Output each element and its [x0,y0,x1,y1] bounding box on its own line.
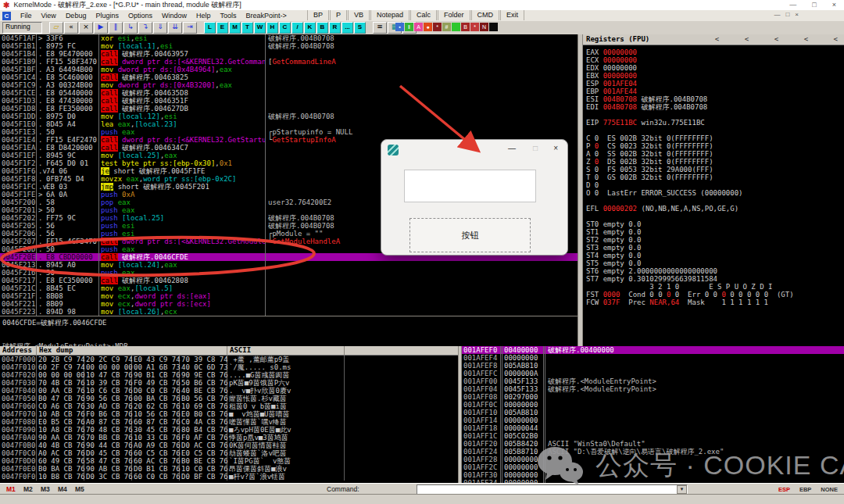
dump-row[interactable]: 0047F0E0B0 BA CB 7690 AB CB 76D0 B1 CB 7… [0,465,458,473]
stack-row[interactable]: 001AFF0800297000 [462,393,844,401]
register-line[interactable] [586,127,844,134]
dump-row[interactable]: 0047F0A090 AA CB 7670 BB CB 7610 33 CB 7… [0,434,458,441]
close-program-icon[interactable]: × [79,22,93,34]
menu-item-options[interactable]: Options [123,12,157,20]
disasm-row[interactable]: 0045F1BF.A3 64494B00mov dword ptr ds:[0x… [0,66,578,73]
dump-row[interactable]: 0047F080E0 B5 CB 76A0 87 CB 7660 87 CB 7… [0,418,458,426]
memory-tab-m1[interactable]: M1 [6,485,16,493]
disasm-row[interactable]: 0045F217.E8 EC350000call 破解程序.00462808 [0,277,578,284]
close-icon[interactable]: × [832,1,836,9]
cpu-window-icon[interactable]: C [2,12,11,20]
register-line[interactable]: ST7 empty 0.3010299956639811584 [586,275,844,283]
stack-row[interactable]: 001AFF2800000000 [462,456,844,463]
disasm-row[interactable]: 0045F223.894D 98mov [local.26],ecx [0,308,578,316]
run-icon[interactable]: ▶ [94,22,108,34]
dump-row[interactable]: 0047F01060 2F C9 7400 00 00 0000 A1 6B 7… [0,363,458,371]
restart-icon[interactable]: « [64,22,78,34]
disasm-row[interactable]: 0045F1E3.50push eax┌pStartupinfo = NULL [0,128,578,136]
window-button-R[interactable]: R [329,22,341,34]
register-line[interactable] [586,213,844,220]
register-line[interactable]: T 0 GS 002B 32bit 0(FFFFFFFF) [586,173,844,181]
registers-body[interactable]: EAX 00000000ECX 00000000EDX 00000000EBX … [583,45,844,306]
disasm-row[interactable]: 0045F21C.8B45 ECmov eax,[local.5] [0,284,578,292]
register-line[interactable]: P 0 CS 0023 32bit 0(FFFFFFFF) [586,142,844,150]
register-line[interactable]: EDI 004B0708 破解程序.004B0708 [586,103,844,111]
menu-button-notepad[interactable]: Notepad [370,10,409,20]
register-line[interactable]: FCW 037F Prec NEAR,64 Mask 1 1 1 1 1 1 [586,298,844,306]
dump-row[interactable]: 0047F03070 4B CB 7610 39 CB 76F0 49 CB 7… [0,379,458,387]
register-line[interactable]: ST1 empty 0.0 [586,228,844,236]
memory-tab-m3[interactable]: M3 [41,485,50,493]
stack-row[interactable]: 001AFF2C00000000 [462,463,844,471]
stack-row[interactable]: 001AFEF8005AB810 [462,362,844,370]
dialog-close-icon[interactable]: × [553,143,558,154]
dialog-minimize-icon[interactable]: — [508,143,516,154]
register-line[interactable]: D 0 [586,181,844,189]
disasm-row[interactable]: 0045F1CE.E8 05440000call 破解程序.004635D8 [0,89,578,97]
stack-row[interactable]: 001AFF24005B8710ASCII "D:\吾爱破解\逆向\易语言\破解… [462,448,844,456]
child-minimize-icon[interactable]: — [774,11,780,18]
disasm-row[interactable]: 0045F1B9.FF15 58F3470call dword ptr ds:[… [0,58,578,66]
window-button-E[interactable]: E [216,22,228,34]
stack-row[interactable]: 001AFF000045F133破解程序.<ModuleEntryPoint> [462,377,844,385]
menu-item-breakpoint[interactable]: BreakPoint-> [241,12,291,20]
dialog-button[interactable]: 按钮 [409,218,531,252]
stack-row[interactable]: 001AFEFC0000000A [462,370,844,377]
record-icon[interactable]: ● [424,23,432,31]
minimize-icon[interactable]: — [789,1,796,9]
dump-row[interactable]: 0047F0F010 B8 CB 76D0 3C CB 7660 C0 CB 7… [0,473,458,481]
disasm-row[interactable]: 0045F1D3.E8 47430000call 破解程序.0046351F [0,97,578,105]
register-line[interactable]: EBP 001AFE44 [586,88,844,95]
disasm-row[interactable]: 0045F1C9.A3 00324B00mov dword ptr ds:[0x… [0,81,578,89]
window-button-K[interactable]: K [304,22,316,34]
trace-over-icon[interactable]: ⇊ [168,22,182,34]
disasm-row[interactable]: 0045F1E0.8D45 A4lea eax,[local.23] [0,120,578,128]
dump-row[interactable]: 0047F02000 00 00 0010 47 CB 7690 B1 CB 7… [0,371,458,379]
register-line[interactable]: ST2 empty 0.0 [586,236,844,244]
dump-row[interactable]: 0047F060C0 A6 CB 7630 AD CB 7620 62 CB 7… [0,402,458,410]
disasm-row[interactable]: 0045F1B1.8975 FCmov [local.1],esi破解程序.00… [0,42,578,50]
disk-icon[interactable]: ▪ [395,23,404,31]
menu-button-calc[interactable]: Calc [410,10,437,20]
register-line[interactable] [586,197,844,205]
window-button-T[interactable]: T [241,22,253,34]
menu-button-cmd[interactable]: CMD [471,10,500,20]
disasm-row[interactable]: 0045F216.50push eax [0,269,578,277]
register-line[interactable]: EFL 00000202 (NO,NB,NE,A,NS,PO,GE,G) [586,205,844,213]
stack-row[interactable]: 001AFF1800000044 [462,424,844,432]
window-button-M[interactable]: M [229,22,241,34]
menu-item-tools[interactable]: Tools [216,12,241,20]
execute-till-return-icon[interactable]: ⇥ [183,22,197,34]
list-icon[interactable]: ≡ [373,22,387,34]
register-line[interactable]: Z 0 DS 002B 32bit 0(FFFFFFFF) [586,158,844,166]
dump-row[interactable]: 0047F050B0 47 CB 7690 56 CB 7600 BA CB 7… [0,395,458,402]
menu-item-plugins[interactable]: Plugins [91,12,123,20]
child-close-icon[interactable]: × [795,11,799,18]
step-over-icon[interactable]: ↴ [138,22,152,34]
memory-tab-m4[interactable]: M4 [58,485,67,493]
book-icon[interactable]: B [461,23,470,31]
register-line[interactable]: S 0 FS 0053 32bit 29A000(FFF) [586,166,844,173]
dump-row[interactable]: 0047F0B040 4B CB 7690 44 CB 76A0 A9 CB 7… [0,441,458,449]
menu-item-file[interactable]: File [16,12,37,20]
register-line[interactable]: ST4 empty 0.0 [586,252,844,259]
menu-button-folder[interactable]: Folder [438,10,470,20]
stack-row[interactable]: 001AFEF000400000破解程序.00400000 [462,346,844,354]
stack-row[interactable]: 001AFF0C00000000 [462,401,844,409]
register-line[interactable] [586,111,844,119]
disasm-row[interactable]: 0045F221.8B09mov ecx,dword ptr ds:[ecx] [0,300,578,308]
child-restore-icon[interactable]: □ [785,11,789,18]
chevrons-decoration[interactable]: < < < < < [715,34,838,44]
register-line[interactable]: EDX 00000000 [586,64,844,72]
register-line[interactable]: FST 0000 Cond 0 0 0 0 Err 0 0 0 0 0 0 0 … [586,291,844,298]
disasm-row[interactable]: 0045F213.8945 A0mov [local.24],eax [0,261,578,269]
dump-row[interactable]: 0047F09010 A8 CB 7670 48 CB 7630 45 CB 7… [0,426,458,434]
hex-dump-pane[interactable]: Address Hex dump ASCII 0047F00020 2B C9 … [0,346,458,483]
register-line[interactable]: ECX 00000000 [586,56,844,64]
window-button-S[interactable]: S [354,22,366,34]
open-file-icon[interactable]: ▱ [49,22,63,34]
stack-row[interactable]: 001AFF10005AB810 [462,409,844,416]
register-line[interactable]: ESP 001AFE04 [586,80,844,88]
window-button-W[interactable]: W [254,22,266,34]
register-line[interactable]: C 0 ES 002B 32bit 0(FFFFFFFF) [586,134,844,142]
